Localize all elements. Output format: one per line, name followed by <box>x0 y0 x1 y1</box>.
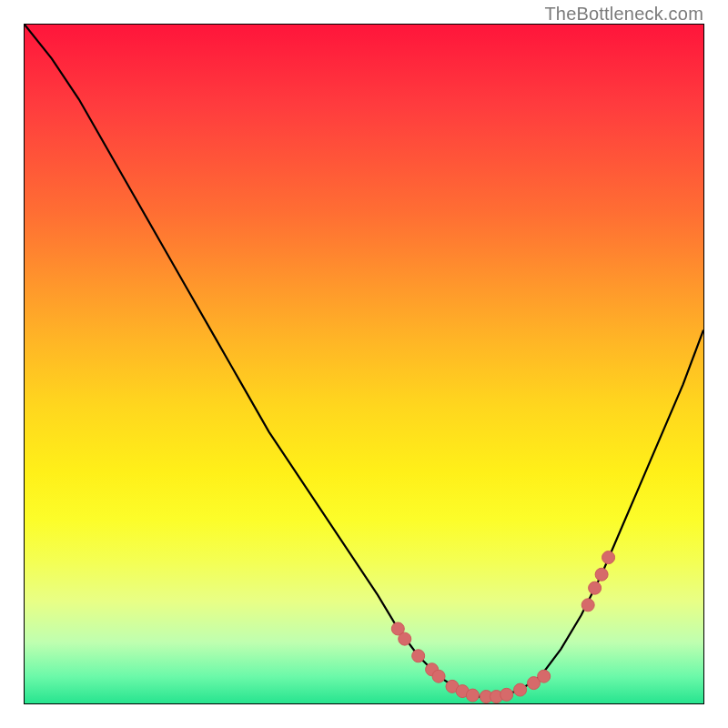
bottleneck-curve <box>25 25 703 697</box>
chart-container: TheBottleneck.com <box>0 0 728 728</box>
data-marker <box>514 683 527 696</box>
data-marker <box>399 632 411 645</box>
data-marker <box>602 551 615 564</box>
data-marker <box>595 568 608 581</box>
data-marker <box>466 689 479 702</box>
data-marker <box>581 599 594 612</box>
watermark-text: TheBottleneck.com <box>544 4 703 25</box>
data-marker <box>500 688 513 701</box>
data-marker <box>412 650 425 662</box>
marker-group <box>391 551 614 703</box>
data-marker <box>538 670 551 682</box>
chart-svg <box>25 25 703 703</box>
data-marker <box>589 581 602 594</box>
data-marker <box>432 670 445 682</box>
